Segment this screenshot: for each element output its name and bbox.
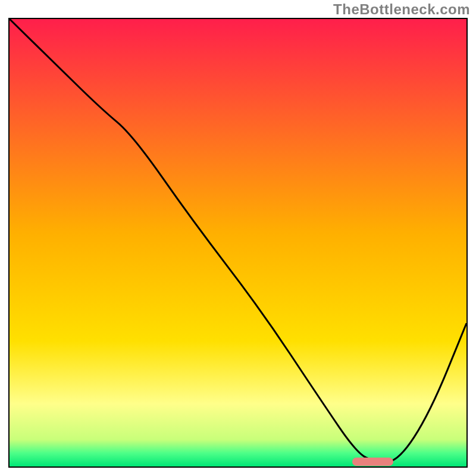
plot-area: [8, 18, 468, 468]
chart-svg: [10, 19, 466, 466]
chart-frame: TheBottleneck.com: [0, 0, 476, 476]
minimum-marker: [352, 458, 393, 466]
watermark-text: TheBottleneck.com: [333, 1, 470, 18]
